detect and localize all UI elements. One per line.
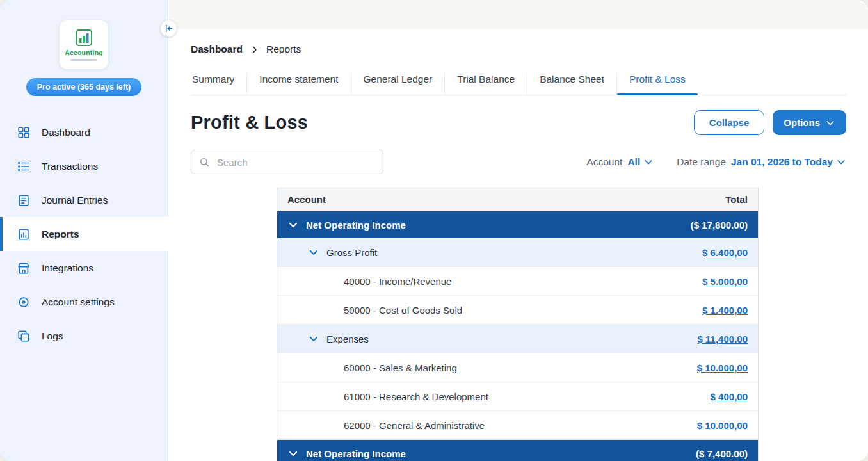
column-header-account: Account <box>287 194 326 205</box>
date-range-filter: Date range Jan 01, 2026 to Today <box>677 156 846 168</box>
table-row[interactable]: Net Operating Income ($ 17,800.00) <box>277 211 758 238</box>
tab-trial-balance[interactable]: Trial Balance <box>444 72 527 95</box>
account-name: 62000 - General & Administrative <box>344 420 485 431</box>
breadcrumb-chevron-icon <box>250 45 259 54</box>
profit-loss-table: Account Total Net Operating Income ($ 17… <box>277 188 759 461</box>
search-icon <box>199 157 210 168</box>
account-total-link[interactable]: $ 11,400.00 <box>698 334 748 344</box>
table-row[interactable]: Expenses $ 11,400.00 <box>277 325 758 353</box>
chevron-down-icon[interactable] <box>287 219 299 230</box>
account-total-link[interactable]: $ 5.000,00 <box>702 276 748 287</box>
table-row[interactable]: 40000 - Income/Revenue $ 5.000,00 <box>277 267 758 296</box>
account-total-link[interactable]: $ 10.000,00 <box>697 420 748 431</box>
sidebar: Accounting Pro active (365 days left) Da… <box>0 0 168 461</box>
chevron-down-icon <box>836 157 846 167</box>
breadcrumb: Dashboard Reports <box>191 44 846 55</box>
sidebar-item-label: Journal Entries <box>42 195 108 206</box>
breadcrumb-reports[interactable]: Reports <box>266 44 301 55</box>
logo-subtitle <box>70 59 97 61</box>
column-header-total: Total <box>725 194 748 205</box>
account-total-link[interactable]: ($ 7,400.00) <box>696 448 748 459</box>
tab-summary[interactable]: Summary <box>191 72 246 95</box>
tab-general-ledger[interactable]: General Ledger <box>351 72 445 95</box>
page-title: Profit & Loss <box>191 112 308 133</box>
account-name: 60000 - Sales & Marketing <box>344 362 457 373</box>
account-total-link[interactable]: $ 1.400,00 <box>702 305 748 316</box>
table-row[interactable]: 62000 - General & Administrative $ 10.00… <box>277 411 758 440</box>
account-total-link[interactable]: $ 6.400,00 <box>702 247 748 258</box>
sidebar-item-account-settings[interactable]: Account settings <box>0 285 168 319</box>
tab-balance-sheet[interactable]: Balance Sheet <box>527 72 616 95</box>
table-row[interactable]: 61000 - Research & Development $ 400,00 <box>277 382 758 411</box>
account-filter-label: Account <box>586 156 622 168</box>
account-filter-value[interactable]: All <box>627 156 654 168</box>
account-name: 61000 - Research & Development <box>344 391 488 402</box>
app-window: Accounting Pro active (365 days left) Da… <box>0 0 868 461</box>
table-row[interactable]: Net Operating Income ($ 7,400.00) <box>277 440 758 461</box>
search-box <box>191 150 383 174</box>
sidebar-item-label: Logs <box>42 330 63 342</box>
chevron-down-icon[interactable] <box>308 333 319 344</box>
main-content: Dashboard Reports Summary Income stateme… <box>169 0 868 461</box>
journal-document-icon <box>17 193 31 207</box>
collapse-sidebar-icon <box>164 24 173 33</box>
chevron-down-icon[interactable] <box>308 247 319 258</box>
account-name: Net Operating Income <box>306 220 406 230</box>
table-header-row: Account Total <box>277 188 758 211</box>
account-total-link[interactable]: ($ 17,800.00) <box>691 220 748 230</box>
sidebar-nav: Dashboard Transactions Journal Entries <box>0 115 168 353</box>
chevron-down-icon <box>825 118 835 128</box>
app-logo: Accounting <box>60 20 108 69</box>
sidebar-item-label: Account settings <box>42 296 115 308</box>
tab-income-statement[interactable]: Income statement <box>246 72 350 95</box>
chevron-down-icon <box>643 157 654 167</box>
transactions-list-icon <box>17 159 31 174</box>
options-button[interactable]: Options <box>773 110 846 135</box>
account-name: Net Operating Income <box>306 448 406 459</box>
account-name: 40000 - Income/Revenue <box>344 276 451 287</box>
account-settings-target-icon <box>17 295 31 309</box>
table-row[interactable]: 60000 - Sales & Marketing $ 10.000,00 <box>277 353 758 382</box>
sidebar-item-label: Integrations <box>42 263 93 274</box>
options-button-label: Options <box>784 117 820 128</box>
logo-chart-icon <box>75 29 93 47</box>
sidebar-item-label: Transactions <box>42 161 98 172</box>
chevron-down-icon[interactable] <box>287 448 299 459</box>
account-name: Expenses <box>326 334 369 344</box>
pro-badge: Pro active (365 days left) <box>26 78 142 96</box>
sidebar-item-reports[interactable]: Reports <box>0 217 169 251</box>
account-name: Gross Profit <box>326 247 377 258</box>
reports-chart-icon <box>17 227 31 241</box>
logs-layers-icon <box>17 329 31 343</box>
account-total-link[interactable]: $ 400,00 <box>711 391 748 402</box>
sidebar-item-integrations[interactable]: Integrations <box>0 251 168 285</box>
sidebar-item-label: Dashboard <box>42 127 90 138</box>
date-range-filter-value[interactable]: Jan 01, 2026 to Today <box>731 156 846 168</box>
account-total-link[interactable]: $ 10.000,00 <box>697 362 748 373</box>
breadcrumb-dashboard[interactable]: Dashboard <box>191 44 243 55</box>
date-range-filter-label: Date range <box>677 156 726 168</box>
top-strip <box>169 0 868 29</box>
sidebar-item-label: Reports <box>42 229 79 240</box>
integrations-store-icon <box>17 261 31 275</box>
report-tabs: Summary Income statement General Ledger … <box>191 72 846 95</box>
table-row[interactable]: 50000 - Cost of Goods Sold $ 1.400,00 <box>277 296 758 325</box>
table-row[interactable]: Gross Profit $ 6.400,00 <box>277 238 758 267</box>
search-input[interactable] <box>216 156 375 168</box>
sidebar-item-logs[interactable]: Logs <box>0 319 168 353</box>
sidebar-item-transactions[interactable]: Transactions <box>0 149 168 183</box>
account-name: 50000 - Cost of Goods Sold <box>344 305 462 316</box>
collapse-sidebar-button[interactable] <box>160 20 177 37</box>
sidebar-item-journal-entries[interactable]: Journal Entries <box>0 183 168 217</box>
sidebar-item-dashboard[interactable]: Dashboard <box>0 115 168 149</box>
dashboard-grid-icon <box>17 125 31 140</box>
collapse-button[interactable]: Collapse <box>694 110 765 135</box>
account-filter: Account All <box>586 156 654 168</box>
logo-title: Accounting <box>65 49 103 56</box>
tab-profit-loss[interactable]: Profit & Loss <box>616 72 698 95</box>
